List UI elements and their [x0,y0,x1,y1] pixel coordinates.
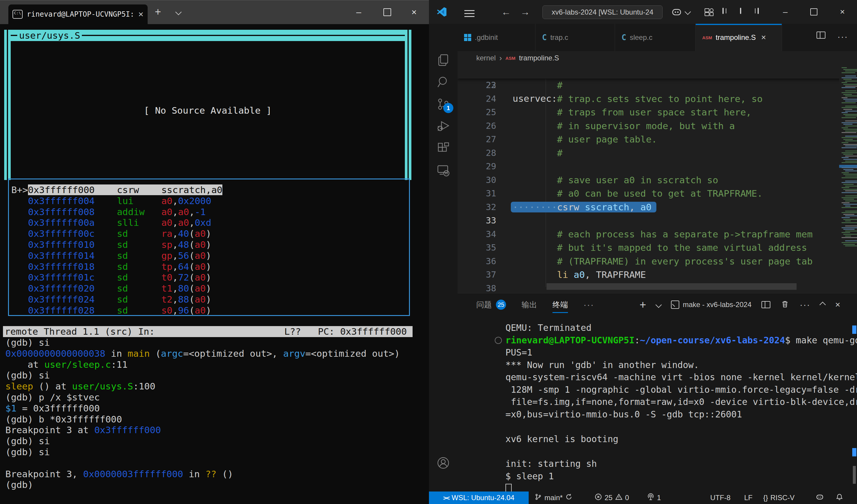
kill-terminal-icon[interactable] [780,300,789,310]
ports-count: 1 [657,493,661,502]
split-terminal-icon[interactable] [761,301,770,308]
vscode-close-button[interactable]: × [830,0,854,24]
editor-line-34: 34 # each process has a separate p->trap… [457,228,857,241]
eol-status-item[interactable]: LF [744,491,753,504]
split-editor-icon[interactable] [817,32,825,39]
minimap[interactable] [839,65,857,293]
back-arrow-icon[interactable]: ← [501,6,511,18]
terminal-task-item[interactable]: make - xv6-labs-2024 [671,300,752,309]
command-decoration-icon[interactable] [495,337,502,344]
terminal-minimize-button[interactable]: – [345,0,372,24]
source-control-icon[interactable]: 1 [436,97,450,111]
command-center-search[interactable]: xv6-labs-2024 [WSL: Ubuntu-24 [542,5,662,19]
code-editor[interactable]: 22 uservec: 23 #24 # trap.c sets stvec t… [457,65,857,293]
line-number: 36 [457,255,496,268]
gdb-console[interactable]: (gdb) si0x0000000000000038 in main (argc… [5,337,400,490]
branch-status-item[interactable]: main* [534,491,573,504]
no-source-message: [ No Source Available ] [0,105,416,116]
copilot-status-icon[interactable] [815,491,824,504]
gdb-output-line: (gdb) si [5,337,400,348]
integrated-terminal[interactable]: QEMU: Terminatedrinevard@LAPTOP-UCVNGP5I… [505,321,857,495]
panel-tab-输出[interactable]: 输出 [522,296,537,314]
line-code: # [512,146,562,160]
forward-arrow-icon[interactable]: → [520,6,530,18]
asm-breakpoint-marker: B+> [11,185,28,195]
remote-explorer-icon[interactable] [436,163,450,177]
tab-close-icon[interactable]: × [761,33,766,42]
terminal-dropdown-icon[interactable] [655,301,662,308]
editor-line-36: 36 # (TRAPFRAME) in every process's user… [457,255,857,268]
terminal-maximize-button[interactable] [374,0,401,24]
line-code: # but it's mapped to the same virtual ad… [512,241,807,255]
menu-icon[interactable] [464,8,474,16]
vscode-window: ← → xv6-labs-2024 [WSL: Ubuntu-24 – × [429,0,857,504]
asm-breakpoint-marker [11,272,28,283]
line-number: 35 [457,241,496,255]
terminal-window: rinevard@LAPTOP-UCVNGP5I: × + – × user/u… [0,0,429,504]
remote-indicator[interactable]: >< WSL: Ubuntu-24.04 [429,491,529,504]
panel-tab-终端[interactable]: 终端 [553,296,568,314]
copilot-dropdown-icon[interactable] [685,8,691,15]
ports-status-item[interactable]: 1 [647,491,661,504]
panel-tabs-more-icon[interactable]: ··· [584,300,594,310]
notifications-bell-icon[interactable] [836,491,843,504]
tab-label: trap.c [550,33,568,42]
maximize-panel-icon[interactable] [820,301,826,308]
sticky-line-code: uservec: [512,92,557,106]
toggle-secondary-sidebar-icon[interactable] [758,8,759,14]
new-terminal-button[interactable]: + [640,298,646,311]
terminal-line: *** Now run 'gdb' in another window. [505,359,857,371]
asm-line-body: 0x3ffffff014 sd gp,56(a0) [28,250,211,261]
tab-trampoline.S[interactable]: ASMtrampoline.S× [696,24,782,51]
tab-trap.c[interactable]: Ctrap.c [536,24,615,51]
terminal-line: init: starting sh [505,457,857,470]
tab-close-icon[interactable]: × [138,9,144,19]
explorer-icon[interactable] [436,53,450,67]
sync-icon [565,493,573,503]
asm-file-icon: ASM [702,35,712,40]
toggle-panel-icon[interactable] [740,8,741,14]
panel-tab-label: 输出 [522,300,537,310]
asm-row: 0x3ffffff028 sd s0,96(a0) [11,305,222,316]
encoding-status-item[interactable]: UTF-8 [710,491,730,504]
cmd-icon [13,10,23,19]
tab-dropdown-icon[interactable] [175,9,182,15]
tab-sleep.c[interactable]: Csleep.c [615,24,696,51]
asm-mnemonic: sd [117,283,161,294]
vscode-logo-icon [436,6,447,18]
extensions-icon[interactable] [436,141,450,155]
asm-mnemonic: csrw [117,185,161,195]
gdb-output-line: (gdb) si [5,447,400,457]
search-icon[interactable] [436,75,450,89]
new-tab-button[interactable]: + [155,6,161,18]
editor-more-actions-icon[interactable]: ··· [837,32,848,42]
close-panel-icon[interactable]: × [835,300,840,310]
tab-label: trampoline.S [716,33,756,42]
tab-.gdbinit[interactable]: .gdbinit [457,24,536,51]
terminal-scrollbar[interactable] [852,293,856,492]
problems-status-item[interactable]: 25 0 [594,491,629,504]
asm-row: 0x3ffffff018 sd tp,64(a0) [11,261,222,272]
toggle-primary-sidebar-icon[interactable] [722,8,724,14]
terminal-task-label: make - xv6-labs-2024 [683,300,752,309]
panel-tab-问题[interactable]: 问题25 [476,296,506,314]
vscode-minimize-button[interactable]: – [773,0,797,24]
copilot-icon[interactable] [671,6,683,19]
asm-line-body: 0x3ffffff024 sd t2,88(a0) [28,294,211,305]
panel-more-actions-icon[interactable]: ··· [800,300,810,310]
asm-mnemonic: slli [117,217,161,228]
editor-horizontal-scrollbar[interactable] [547,283,796,290]
warning-icon [615,493,623,503]
run-debug-icon[interactable] [436,119,450,133]
terminal-close-button[interactable]: × [401,0,427,24]
asm-address: 0x3ffffff004 [28,195,117,206]
asm-mnemonic: sd [117,305,161,316]
breadcrumb-folder[interactable]: kernel [476,54,495,62]
gdb-status-lineno: L?? [284,326,301,337]
terminal-tab[interactable]: rinevard@LAPTOP-UCVNGP5I: × [9,4,148,24]
language-mode-status-item[interactable]: {}RISC-V [763,491,794,504]
vscode-maximize-button[interactable] [802,0,826,24]
account-icon[interactable] [436,456,450,470]
breadcrumb-file[interactable]: trampoline.S [519,54,559,62]
git-branch-icon [534,493,542,503]
